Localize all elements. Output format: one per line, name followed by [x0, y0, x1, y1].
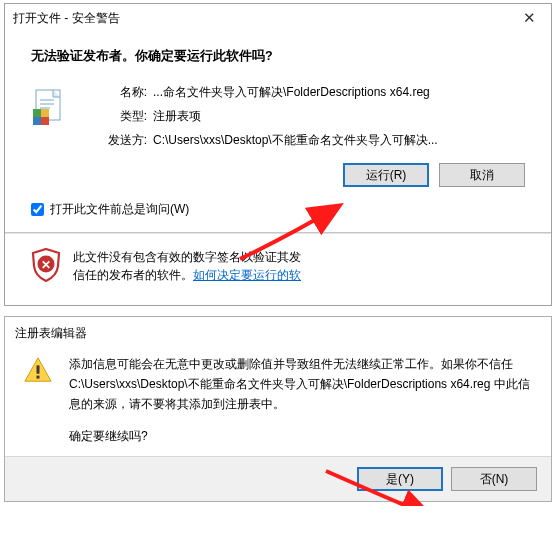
svg-rect-4 [33, 109, 41, 117]
svg-text:✕: ✕ [41, 258, 51, 272]
divider [5, 232, 551, 234]
cancel-button[interactable]: 取消 [439, 163, 525, 187]
how-to-decide-link[interactable]: 如何决定要运行的软 [193, 268, 301, 282]
window-title: 注册表编辑器 [5, 317, 551, 346]
file-icon [31, 83, 73, 195]
titlebar: 打开文件 - 安全警告 ✕ [5, 4, 551, 32]
yes-button[interactable]: 是(Y) [357, 467, 443, 491]
svg-rect-3 [40, 107, 50, 109]
confirm-question: 确定要继续吗? [69, 426, 533, 446]
always-ask-checkbox[interactable] [31, 203, 44, 216]
window-title: 打开文件 - 安全警告 [13, 10, 507, 27]
run-button[interactable]: 运行(R) [343, 163, 429, 187]
shield-message: 此文件没有包含有效的数字签名以验证其发 信任的发布者的软件。如何决定要运行的软 [73, 248, 301, 284]
svg-rect-2 [40, 103, 54, 105]
svg-rect-11 [37, 376, 40, 379]
warning-message: 添加信息可能会在无意中更改或删除值并导致组件无法继续正常工作。如果你不信任 C:… [69, 354, 533, 414]
regedit-confirm-dialog: 注册表编辑器 添加信息可能会在无意中更改或删除值并导致组件无法继续正常工作。如果… [4, 316, 552, 502]
type-label: 类型: [99, 107, 147, 125]
svg-rect-5 [41, 109, 49, 117]
svg-rect-1 [40, 99, 54, 101]
svg-rect-7 [41, 117, 49, 125]
from-value: C:\Users\xxs\Desktop\不能重命名文件夹导入可解决... [147, 131, 438, 149]
shield-icon: ✕ [31, 248, 61, 285]
close-button[interactable]: ✕ [507, 5, 551, 32]
from-label: 发送方: [99, 131, 147, 149]
security-warning-dialog: 打开文件 - 安全警告 ✕ 无法验证发布者。你确定要运行此软件吗? [4, 3, 552, 306]
name-label: 名称: [99, 83, 147, 101]
name-value: ...命名文件夹导入可解决\FolderDescriptions x64.reg [147, 83, 430, 101]
warning-heading: 无法验证发布者。你确定要运行此软件吗? [31, 48, 525, 65]
no-button[interactable]: 否(N) [451, 467, 537, 491]
svg-rect-10 [37, 365, 40, 373]
always-ask-label: 打开此文件前总是询问(W) [50, 201, 189, 218]
warning-icon [23, 354, 53, 387]
svg-rect-6 [33, 117, 41, 125]
type-value: 注册表项 [147, 107, 201, 125]
